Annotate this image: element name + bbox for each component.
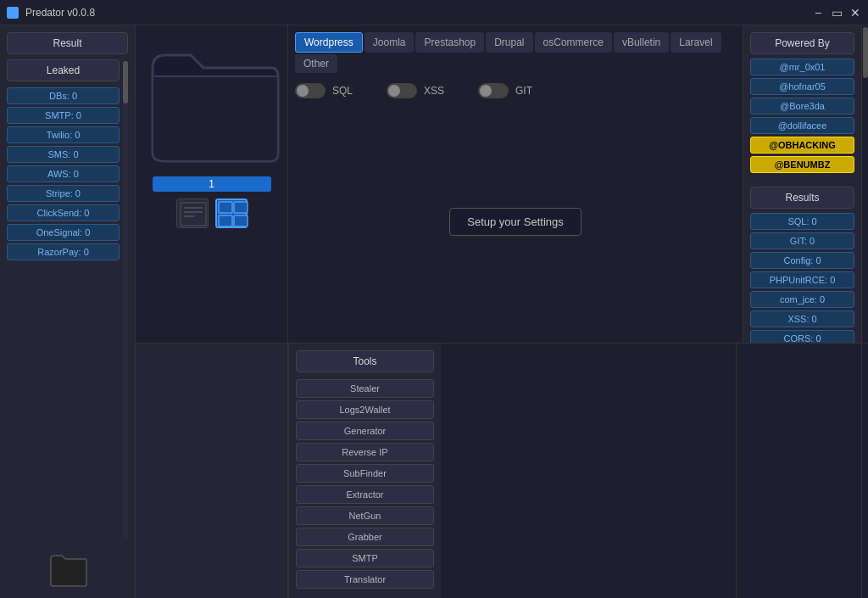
right-scrollbar[interactable] [861, 25, 868, 343]
toggle-group-sql: SQL [295, 83, 353, 98]
result-item: GIT: 0 [750, 232, 854, 249]
tool-generator[interactable]: Generator [296, 422, 434, 440]
result-title: Result [7, 32, 128, 54]
credit-dollifacee[interactable]: @dollifacee [750, 117, 854, 134]
tabs-row: WordpressJoomlaPrestashopDrupalosCommerc… [295, 32, 736, 73]
powered-by-title: Powered By [750, 32, 854, 54]
scrollbar-thumb [863, 27, 868, 78]
svg-rect-0 [181, 203, 206, 226]
tool-translator[interactable]: Translator [296, 570, 434, 589]
app-icon [7, 7, 19, 19]
file-icon-2[interactable] [215, 198, 248, 228]
app-title: Predator v0.0.8 [25, 7, 95, 19]
tab-vbulletin[interactable]: vBulletin [614, 32, 669, 53]
leaked-item[interactable]: Stripe: 0 [7, 185, 120, 202]
leaked-item[interactable]: ClickSend: 0 [7, 204, 120, 221]
svg-rect-4 [219, 202, 232, 213]
file-counter: 1 [153, 176, 271, 192]
leaked-list: Leaked DBs: 0SMTP: 0Twilio: 0SMS: 0AWS: … [7, 59, 123, 540]
file-icons-row [176, 198, 248, 228]
right-panel: Powered By @mr_0x01@hofnar05@Bore3da@dol… [743, 25, 861, 343]
toggles-row: SQLXSSGIT [295, 83, 736, 98]
result-item: XSS: 0 [750, 310, 854, 327]
toggle-group-xss: XSS [387, 83, 444, 98]
toggle-xss[interactable] [387, 83, 417, 98]
main-content-bottom [441, 344, 736, 598]
title-bar: Predator v0.0.8 − ▭ ✕ [0, 0, 868, 25]
credit-hofnar05[interactable]: @hofnar05 [750, 78, 854, 95]
credit-BENUMBZ[interactable]: @BENUMBZ [750, 156, 854, 173]
toggle-group-git: GIT [478, 83, 532, 98]
title-bar-left: Predator v0.0.8 [7, 7, 95, 19]
folder-icon [144, 34, 280, 170]
setup-area: Setup your Settings [295, 107, 736, 336]
leaked-item[interactable]: RazorPay: 0 [7, 243, 120, 260]
results-title: Results [750, 187, 854, 209]
tool-stealer[interactable]: Stealer [296, 379, 434, 398]
left-panel: Result Leaked DBs: 0SMTP: 0Twilio: 0SMS:… [0, 25, 136, 598]
tool-smtp[interactable]: SMTP [296, 549, 434, 567]
tool-netgun[interactable]: NetGun [296, 506, 434, 525]
setup-settings-button[interactable]: Setup your Settings [449, 208, 581, 236]
tab-wordpress[interactable]: Wordpress [295, 32, 363, 53]
result-item: PHPUnitRCE: 0 [750, 271, 854, 288]
close-button[interactable]: ✕ [849, 7, 861, 19]
leaked-item[interactable]: Twilio: 0 [7, 126, 120, 143]
leaked-item[interactable]: OneSignal: 0 [7, 224, 120, 241]
file-icon-1[interactable] [176, 198, 209, 228]
credit-OBHACKING[interactable]: @OBHACKING [750, 137, 854, 154]
tab-other[interactable]: Other [295, 54, 337, 73]
tab-prestashop[interactable]: Prestashop [415, 32, 484, 53]
tab-drupal[interactable]: Drupal [486, 32, 532, 53]
toggle-git[interactable] [478, 83, 509, 98]
results-container: SQL: 0GIT: 0Config: 0PHPUnitRCE: 0com_jc… [750, 213, 854, 343]
tools-title: Tools [296, 350, 434, 372]
leaked-title: Leaked [7, 59, 120, 81]
result-item: com_jce: 0 [750, 291, 854, 308]
tool-logs2wallet[interactable]: Logs2Wallet [296, 400, 434, 419]
folder-area: 1 [136, 25, 288, 343]
toggle-sql[interactable] [295, 83, 326, 98]
maximize-button[interactable]: ▭ [831, 7, 843, 19]
main-layout: Result Leaked DBs: 0SMTP: 0Twilio: 0SMS:… [0, 25, 868, 598]
credit-Bore3da[interactable]: @Bore3da [750, 98, 854, 115]
results-section: Results SQL: 0GIT: 0Config: 0PHPUnitRCE:… [750, 187, 854, 343]
result-item: Config: 0 [750, 252, 854, 269]
toggle-label-git: GIT [515, 85, 532, 97]
minimize-button[interactable]: − [812, 7, 824, 19]
tool-reverse-ip[interactable]: Reverse IP [296, 443, 434, 461]
tab-laravel[interactable]: Laravel [670, 32, 721, 53]
title-bar-controls: − ▭ ✕ [812, 7, 861, 19]
svg-rect-6 [219, 215, 232, 226]
toggle-label-xss: XSS [424, 85, 444, 97]
svg-rect-7 [234, 215, 248, 226]
leaked-item[interactable]: SMTP: 0 [7, 107, 120, 124]
result-item: CORS: 0 [750, 330, 854, 343]
credit-mr_0x01[interactable]: @mr_0x01 [750, 59, 854, 75]
leaked-item[interactable]: DBs: 0 [7, 87, 120, 104]
tool-grabber[interactable]: Grabber [296, 528, 434, 546]
tab-oscommerce[interactable]: osCommerce [535, 32, 612, 53]
tools-container: StealerLogs2WalletGeneratorReverse IPSub… [296, 379, 434, 591]
toggle-label-sql: SQL [332, 85, 353, 97]
leaked-item[interactable]: AWS: 0 [7, 165, 120, 182]
small-folder-icon [47, 549, 89, 591]
tool-extractor[interactable]: Extractor [296, 485, 434, 504]
credits-container: @mr_0x01@hofnar05@Bore3da@dollifacee@OBH… [750, 59, 854, 176]
tools-panel: Tools StealerLogs2WalletGeneratorReverse… [288, 344, 441, 598]
tab-joomla[interactable]: Joomla [364, 32, 415, 53]
leaked-item[interactable]: SMS: 0 [7, 146, 120, 163]
result-item: SQL: 0 [750, 213, 854, 230]
tool-subfinder[interactable]: SubFinder [296, 464, 434, 483]
tabs-panel: WordpressJoomlaPrestashopDrupalosCommerc… [288, 25, 743, 343]
svg-rect-5 [234, 202, 248, 213]
